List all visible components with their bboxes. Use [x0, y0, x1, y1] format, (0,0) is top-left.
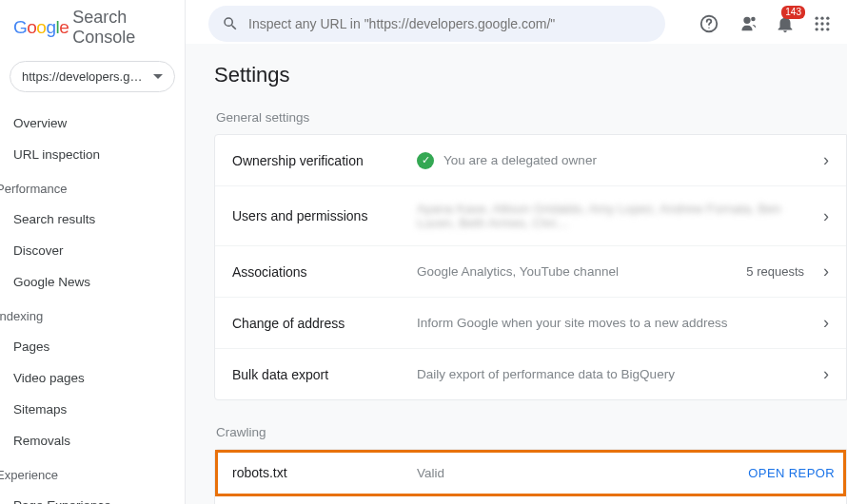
property-label: https://developers.g…	[22, 69, 142, 84]
apps-icon[interactable]	[813, 14, 832, 33]
chevron-down-icon	[153, 74, 163, 80]
row-bulk-export[interactable]: Bulk data export Daily export of perform…	[215, 349, 846, 399]
nav-heading-experience: Experience	[0, 456, 185, 486]
nav-heading-indexing: Indexing	[0, 298, 185, 327]
row-desc: Google Analytics, YouTube channel	[417, 264, 733, 279]
svg-point-4	[826, 17, 829, 20]
row-ownership[interactable]: Ownership verification ✓ You are a deleg…	[215, 135, 846, 186]
sidebar-item-url-inspection[interactable]: URL inspection	[0, 139, 185, 170]
sidebar-item-pages[interactable]: Pages	[0, 331, 185, 362]
main: 143 Settings General settings Ownership …	[186, 0, 847, 504]
sidebar-item-google-news[interactable]: Google News	[0, 266, 185, 298]
app-name: Search Console	[72, 8, 171, 48]
row-label: Associations	[232, 264, 404, 280]
row-change-address[interactable]: Change of address Inform Google when you…	[215, 298, 846, 349]
chevron-right-icon: ›	[823, 206, 829, 226]
row-desc: Ayana Kase, Allison Gridaldo, Amy Lopez,…	[417, 202, 810, 230]
search-icon	[222, 15, 239, 32]
row-label: Users and permissions	[232, 208, 404, 223]
check-icon: ✓	[417, 152, 434, 169]
svg-point-1	[708, 27, 709, 28]
row-associations[interactable]: Associations Google Analytics, YouTube c…	[215, 246, 846, 298]
row-desc: ✓ You are a delegated owner	[417, 152, 810, 169]
open-report-button[interactable]: OPEN REPOR	[748, 466, 835, 480]
notifications-badge: 143	[781, 6, 805, 19]
svg-point-3	[820, 17, 823, 20]
nav-heading-performance: Performance	[0, 170, 185, 200]
chevron-right-icon: ›	[823, 150, 829, 170]
page-title: Settings	[214, 63, 847, 87]
sidebar-item-overview[interactable]: Overview	[0, 107, 185, 139]
sidebar-item-removals[interactable]: Removals	[0, 425, 185, 456]
svg-point-2	[816, 17, 818, 20]
chevron-right-icon: ›	[823, 364, 829, 384]
sidebar-item-discover[interactable]: Discover	[0, 235, 185, 266]
general-settings-card: Ownership verification ✓ You are a deleg…	[214, 134, 847, 400]
row-robots[interactable]: robots.txt Valid OPEN REPOR	[215, 450, 846, 496]
row-label: robots.txt	[232, 465, 404, 480]
sidebar-item-search-results[interactable]: Search results	[0, 204, 185, 235]
row-desc: Inform Google when your site moves to a …	[417, 316, 810, 330]
search-bar[interactable]	[208, 6, 665, 42]
row-desc: Valid	[417, 466, 735, 480]
svg-point-9	[820, 28, 823, 30]
sidebar-item-sitemaps[interactable]: Sitemaps	[0, 394, 185, 425]
svg-point-5	[816, 22, 818, 25]
row-crawl-stats[interactable]: Crawl stats 96.5M crawl requests (last 9…	[215, 496, 846, 504]
people-icon[interactable]	[737, 13, 758, 34]
sidebar-item-video-pages[interactable]: Video pages	[0, 362, 185, 394]
property-selector[interactable]: https://developers.g…	[10, 61, 175, 92]
svg-point-7	[826, 22, 829, 25]
logo-row: Google Search Console	[0, 0, 185, 57]
row-label: Change of address	[232, 316, 404, 331]
row-desc: Daily export of performance data to BigQ…	[417, 367, 810, 381]
notifications-icon[interactable]: 143	[775, 13, 796, 34]
row-label: Ownership verification	[232, 153, 404, 168]
row-users[interactable]: Users and permissions Ayana Kase, Alliso…	[215, 186, 846, 246]
crawling-card: robots.txt Valid OPEN REPOR Crawl stats …	[214, 449, 847, 504]
chevron-right-icon: ›	[823, 262, 829, 281]
svg-point-8	[816, 28, 818, 30]
row-right: 5 requests	[746, 264, 804, 279]
help-icon[interactable]	[699, 13, 719, 34]
section-general-heading: General settings	[216, 110, 847, 125]
sidebar-item-page-experience[interactable]: Page Experience	[0, 490, 185, 504]
chevron-right-icon: ›	[823, 313, 829, 333]
row-label: Bulk data export	[232, 367, 404, 382]
svg-point-10	[826, 28, 829, 30]
google-logo: Google	[13, 17, 69, 38]
topbar: 143	[186, 0, 847, 44]
search-input[interactable]	[248, 16, 652, 31]
section-crawling-heading: Crawling	[216, 425, 847, 439]
sidebar: Google Search Console https://developers…	[0, 0, 186, 504]
svg-point-6	[820, 22, 823, 25]
